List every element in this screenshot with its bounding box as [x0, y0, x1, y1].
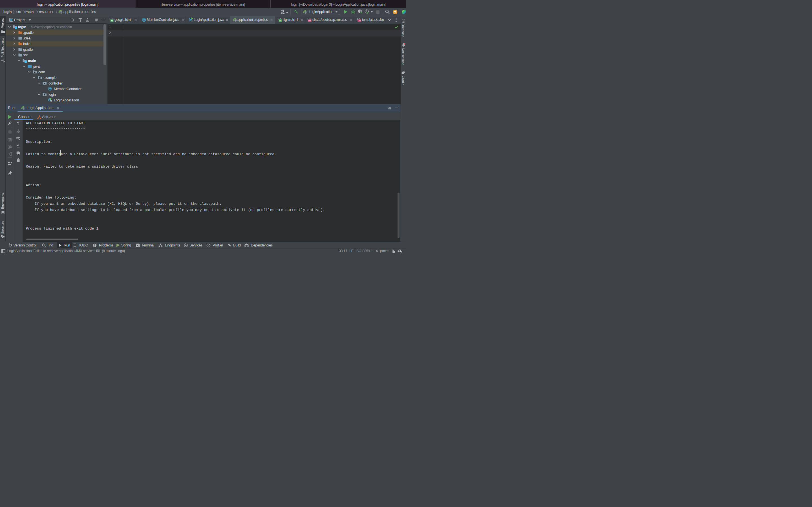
svg-text:CSS: CSS	[308, 20, 312, 21]
svg-text:H: H	[280, 19, 281, 22]
svg-text:H: H	[111, 19, 113, 22]
svg-text:CSS: CSS	[358, 20, 361, 21]
svg-text:?: ?	[399, 249, 400, 252]
